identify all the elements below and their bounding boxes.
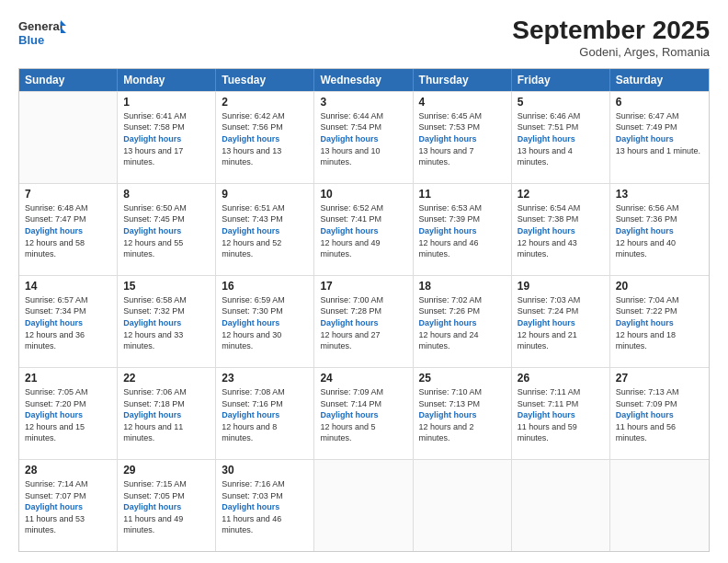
sunset: Sunset: 7:28 PM (320, 306, 381, 316)
logo-svg: General Blue (18, 17, 66, 50)
cell-info: Sunrise: 6:46 AM Sunset: 7:51 PM Dayligh… (518, 110, 604, 168)
sunset: Sunset: 7:34 PM (25, 306, 86, 316)
day-number: 12 (518, 188, 604, 201)
daylight-label: Daylight hours (419, 134, 477, 144)
sunset: Sunset: 7:24 PM (518, 306, 579, 316)
week-row-4: 21 Sunrise: 7:05 AM Sunset: 7:20 PM Dayl… (19, 367, 709, 459)
sunset: Sunset: 7:36 PM (616, 214, 677, 224)
calendar-cell-0-4: 4 Sunrise: 6:45 AM Sunset: 7:53 PM Dayli… (414, 92, 512, 183)
cell-info: Sunrise: 7:16 AM Sunset: 7:03 PM Dayligh… (222, 478, 308, 536)
daylight-detail: 12 hours and 8 minutes. (222, 422, 277, 443)
cell-info: Sunrise: 7:03 AM Sunset: 7:24 PM Dayligh… (518, 294, 604, 352)
daylight-detail: 12 hours and 5 minutes. (320, 422, 375, 443)
daylight-label: Daylight hours (616, 226, 674, 236)
sunrise: Sunrise: 6:59 AM (222, 295, 285, 304)
daylight-label: Daylight hours (616, 318, 674, 327)
sunrise: Sunrise: 6:42 AM (222, 111, 285, 121)
calendar-cell-3-5: 26 Sunrise: 7:11 AM Sunset: 7:11 PM Dayl… (512, 368, 610, 459)
calendar-cell-0-2: 2 Sunrise: 6:42 AM Sunset: 7:56 PM Dayli… (216, 92, 314, 183)
calendar: Sunday Monday Tuesday Wednesday Thursday… (18, 68, 710, 552)
calendar-cell-0-5: 5 Sunrise: 6:46 AM Sunset: 7:51 PM Dayli… (512, 92, 610, 183)
sunrise: Sunrise: 6:58 AM (123, 295, 187, 304)
calendar-body: 1 Sunrise: 6:41 AM Sunset: 7:58 PM Dayli… (19, 91, 709, 551)
col-saturday: Saturday (610, 69, 709, 91)
day-number: 8 (123, 188, 210, 201)
daylight-detail: 12 hours and 55 minutes. (123, 238, 183, 259)
daylight-label: Daylight hours (222, 318, 279, 327)
cell-info: Sunrise: 7:11 AM Sunset: 7:11 PM Dayligh… (518, 386, 604, 444)
calendar-cell-1-0: 7 Sunrise: 6:48 AM Sunset: 7:47 PM Dayli… (19, 184, 118, 275)
sunrise: Sunrise: 7:02 AM (419, 295, 483, 304)
sunset: Sunset: 7:03 PM (222, 491, 283, 500)
week-row-2: 7 Sunrise: 6:48 AM Sunset: 7:47 PM Dayli… (19, 183, 709, 275)
daylight-detail: 12 hours and 43 minutes. (518, 238, 577, 259)
cell-info: Sunrise: 6:47 AM Sunset: 7:49 PM Dayligh… (616, 110, 703, 156)
sunrise: Sunrise: 7:11 AM (518, 387, 581, 396)
calendar-cell-4-6 (610, 460, 709, 551)
day-number: 20 (616, 280, 703, 293)
sunrise: Sunrise: 7:14 AM (25, 479, 88, 488)
daylight-detail: 13 hours and 4 minutes. (518, 146, 573, 167)
daylight-label: Daylight hours (222, 502, 279, 511)
cell-info: Sunrise: 7:06 AM Sunset: 7:18 PM Dayligh… (123, 386, 210, 444)
calendar-cell-0-1: 1 Sunrise: 6:41 AM Sunset: 7:58 PM Dayli… (118, 92, 216, 183)
cell-info: Sunrise: 7:08 AM Sunset: 7:16 PM Dayligh… (222, 386, 308, 444)
daylight-detail: 12 hours and 11 minutes. (123, 422, 183, 443)
sunrise: Sunrise: 6:56 AM (616, 203, 679, 213)
sunrise: Sunrise: 7:05 AM (25, 387, 88, 396)
calendar-cell-1-6: 13 Sunrise: 6:56 AM Sunset: 7:36 PM Dayl… (610, 184, 709, 275)
day-number: 5 (518, 96, 604, 109)
day-number: 6 (616, 96, 703, 109)
daylight-label: Daylight hours (419, 226, 477, 236)
daylight-detail: 12 hours and 46 minutes. (419, 238, 479, 259)
cell-info: Sunrise: 6:53 AM Sunset: 7:39 PM Dayligh… (419, 202, 506, 260)
col-friday: Friday (512, 69, 610, 91)
sunset: Sunset: 7:39 PM (419, 214, 481, 224)
sunset: Sunset: 7:22 PM (616, 306, 677, 316)
daylight-label: Daylight hours (320, 318, 378, 327)
calendar-cell-3-0: 21 Sunrise: 7:05 AM Sunset: 7:20 PM Dayl… (19, 368, 118, 459)
sunset: Sunset: 7:49 PM (616, 122, 677, 132)
daylight-label: Daylight hours (123, 134, 181, 144)
daylight-detail: 13 hours and 7 minutes. (419, 146, 474, 167)
calendar-cell-0-6: 6 Sunrise: 6:47 AM Sunset: 7:49 PM Dayli… (610, 92, 709, 183)
day-number: 11 (419, 188, 506, 201)
day-number: 30 (222, 464, 308, 477)
calendar-cell-3-2: 23 Sunrise: 7:08 AM Sunset: 7:16 PM Dayl… (216, 368, 314, 459)
sunset: Sunset: 7:20 PM (25, 399, 86, 408)
cell-info: Sunrise: 6:41 AM Sunset: 7:58 PM Dayligh… (123, 110, 210, 168)
sunrise: Sunrise: 6:54 AM (518, 203, 581, 213)
daylight-label: Daylight hours (616, 134, 674, 144)
sunrise: Sunrise: 7:10 AM (419, 387, 483, 396)
calendar-cell-3-4: 25 Sunrise: 7:10 AM Sunset: 7:13 PM Dayl… (414, 368, 512, 459)
sunset: Sunset: 7:54 PM (320, 122, 381, 132)
cell-info: Sunrise: 6:48 AM Sunset: 7:47 PM Dayligh… (25, 202, 111, 260)
cell-info: Sunrise: 6:51 AM Sunset: 7:43 PM Dayligh… (222, 202, 308, 260)
cell-info: Sunrise: 7:04 AM Sunset: 7:22 PM Dayligh… (616, 294, 703, 352)
cell-info: Sunrise: 6:50 AM Sunset: 7:45 PM Dayligh… (123, 202, 210, 260)
logo: General Blue (18, 17, 66, 50)
page-title: September 2025 (512, 17, 710, 45)
daylight-label: Daylight hours (518, 318, 575, 327)
sunset: Sunset: 7:13 PM (419, 399, 481, 408)
daylight-detail: 13 hours and 10 minutes. (320, 146, 380, 167)
sunset: Sunset: 7:16 PM (222, 399, 283, 408)
sunset: Sunset: 7:14 PM (320, 399, 381, 408)
daylight-detail: 13 hours and 13 minutes. (222, 146, 281, 167)
sunrise: Sunrise: 6:47 AM (616, 111, 679, 121)
sunset: Sunset: 7:07 PM (25, 491, 86, 500)
day-number: 25 (419, 372, 506, 385)
calendar-cell-0-0 (19, 92, 118, 183)
calendar-cell-4-4 (414, 460, 512, 551)
sunrise: Sunrise: 6:52 AM (320, 203, 383, 213)
sunrise: Sunrise: 6:45 AM (419, 111, 483, 121)
day-number: 18 (419, 280, 506, 293)
sunset: Sunset: 7:30 PM (222, 306, 283, 316)
cell-info: Sunrise: 7:10 AM Sunset: 7:13 PM Dayligh… (419, 386, 506, 444)
sunrise: Sunrise: 6:57 AM (25, 295, 88, 304)
daylight-detail: 12 hours and 52 minutes. (222, 238, 281, 259)
daylight-detail: 12 hours and 36 minutes. (25, 330, 85, 351)
cell-info: Sunrise: 7:09 AM Sunset: 7:14 PM Dayligh… (320, 386, 406, 444)
page: General Blue September 2025 Godeni, Arge… (0, 0, 728, 563)
calendar-cell-2-4: 18 Sunrise: 7:02 AM Sunset: 7:26 PM Dayl… (414, 276, 512, 367)
